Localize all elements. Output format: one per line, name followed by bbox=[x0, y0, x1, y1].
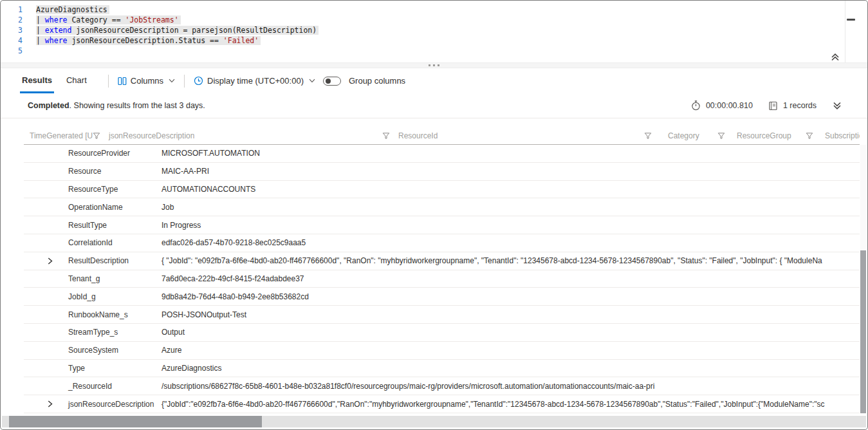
code-token: jsonResourceDescription = parsejson(Resu… bbox=[71, 26, 317, 35]
code-token: | bbox=[36, 36, 45, 45]
editor-scrollbar-track bbox=[845, 1, 845, 62]
code-token: 'JobStreams' bbox=[125, 15, 179, 24]
field-name: Type bbox=[61, 364, 155, 373]
grid-vertical-scrollbar[interactable] bbox=[860, 145, 866, 413]
field-value: AUTOMATIONACCOUNTS bbox=[155, 185, 860, 194]
field-name: ResourceProvider bbox=[61, 149, 155, 158]
field-value: edfac026-da57-4b70-9218-8ec025c9aaa5 bbox=[155, 238, 860, 247]
tab-chart[interactable]: Chart bbox=[64, 68, 89, 93]
double-chevron-down-icon[interactable] bbox=[832, 101, 842, 111]
field-value: Azure bbox=[155, 346, 860, 355]
code-text: | extend jsonResourceDescription = parse… bbox=[36, 26, 319, 35]
table-row[interactable]: jsonResourceDescription{"JobId":"e092fb7… bbox=[24, 395, 860, 413]
code-token: | bbox=[36, 15, 45, 24]
columns-button-label: Columns bbox=[131, 76, 163, 86]
table-row[interactable]: ResultTypeIn Progress bbox=[24, 216, 860, 234]
code-token: Category == bbox=[67, 15, 125, 24]
code-lines: 1AzureDiagnostics2| where Category == 'J… bbox=[1, 5, 867, 56]
results-grid-body: ResourceProviderMICROSOFT.AUTOMATIONReso… bbox=[24, 145, 860, 413]
table-row[interactable]: TypeAzureDiagnostics bbox=[24, 360, 860, 378]
column-header-timegenerated-utc-[interactable]: TimeGenerated [UTC] bbox=[24, 127, 104, 144]
filter-funnel-icon[interactable] bbox=[382, 132, 390, 140]
code-text: AzureDiagnostics bbox=[36, 5, 109, 14]
table-row[interactable]: RunbookName_sPOSH-JSONOutput-Test bbox=[24, 306, 860, 324]
editor-scrollbar-thumb[interactable] bbox=[847, 19, 855, 21]
grid-vertical-scrollbar-thumb[interactable] bbox=[860, 250, 866, 413]
group-columns-toggle[interactable] bbox=[323, 77, 341, 86]
field-name: ResultDescription bbox=[61, 256, 155, 265]
code-line-content: | where jsonResourceDescription.Status =… bbox=[29, 35, 261, 46]
query-editor[interactable]: 1AzureDiagnostics2| where Category == 'J… bbox=[1, 1, 867, 62]
field-name: RunbookName_s bbox=[61, 310, 155, 319]
code-line: 3| extend jsonResourceDescription = pars… bbox=[1, 25, 867, 35]
line-number: 4 bbox=[1, 35, 29, 46]
field-value: { "JobId": "e092fb7a-6f6e-4bd0-ab20-ff46… bbox=[155, 256, 860, 265]
splitter-dot bbox=[438, 64, 439, 66]
column-header-label: ResourceGroup bbox=[728, 131, 791, 140]
code-token: | bbox=[36, 26, 45, 35]
filter-funnel-icon[interactable] bbox=[93, 132, 100, 140]
display-time-label: Display time (UTC+00:00) bbox=[207, 76, 304, 86]
code-line: 1AzureDiagnostics bbox=[1, 5, 867, 15]
column-header-resourcegroup[interactable]: ResourceGroup bbox=[728, 127, 817, 144]
field-name: JobId_g bbox=[61, 292, 155, 301]
expand-chevron-icon[interactable] bbox=[39, 257, 61, 265]
field-name: CorrelationId bbox=[61, 238, 155, 247]
field-value: In Progress bbox=[155, 221, 860, 230]
field-name: SourceSystem bbox=[61, 346, 155, 355]
line-number: 5 bbox=[1, 46, 29, 56]
table-row[interactable]: JobId_g9db8a42b-76d4-48a0-b949-2ee8b5368… bbox=[24, 288, 860, 306]
toolbar-divider bbox=[184, 75, 185, 88]
columns-icon bbox=[118, 77, 127, 86]
table-row[interactable]: ResourceTypeAUTOMATIONACCOUNTS bbox=[24, 181, 860, 199]
results-grid-header: TimeGenerated [UTC]jsonResourceDescripti… bbox=[24, 127, 860, 145]
filter-funnel-icon[interactable] bbox=[806, 132, 813, 140]
filter-funnel-icon[interactable] bbox=[717, 132, 725, 140]
field-value: MICROSOFT.AUTOMATION bbox=[155, 149, 860, 158]
toggle-knob bbox=[326, 79, 331, 84]
code-line-content: | where Category == 'JobStreams' bbox=[29, 15, 181, 25]
field-value: AzureDiagnostics bbox=[155, 364, 860, 373]
code-token: jsonResourceDescription.Status == bbox=[67, 36, 223, 45]
collapse-query-editor-button[interactable] bbox=[830, 52, 840, 62]
table-row[interactable]: OperationNameJob bbox=[24, 198, 860, 216]
field-value: 9db8a42b-76d4-48a0-b949-2ee8b53682cd bbox=[155, 292, 860, 301]
column-header-category[interactable]: Category bbox=[655, 127, 728, 144]
table-row[interactable]: _ResourceId/subscriptions/68627f8c-65b8-… bbox=[24, 377, 860, 395]
table-row[interactable]: ResourceMAIC-AA-PRI bbox=[24, 163, 860, 181]
line-number: 1 bbox=[1, 5, 29, 15]
column-header-label: Category bbox=[655, 131, 699, 140]
code-text: | where Category == 'JobStreams' bbox=[36, 15, 181, 24]
columns-button[interactable]: Columns bbox=[118, 76, 175, 86]
table-row[interactable]: ResultDescription{ "JobId": "e092fb7a-6f… bbox=[24, 252, 860, 270]
expand-chevron-icon[interactable] bbox=[39, 400, 61, 407]
table-row[interactable]: ResourceProviderMICROSOFT.AUTOMATION bbox=[24, 145, 860, 163]
table-row[interactable]: Tenant_g7a6d0eca-222b-49cf-8415-f24adabd… bbox=[24, 270, 860, 288]
pane-splitter[interactable] bbox=[1, 62, 867, 68]
column-header-jsonresourcedescription[interactable]: jsonResourceDescription bbox=[104, 127, 393, 144]
column-header-resourceid[interactable]: ResourceId bbox=[393, 127, 655, 144]
filter-funnel-icon[interactable] bbox=[644, 132, 652, 140]
field-name: StreamType_s bbox=[61, 328, 155, 337]
grid-horizontal-scrollbar-thumb[interactable] bbox=[9, 416, 262, 427]
table-row[interactable]: SourceSystemAzure bbox=[24, 342, 860, 360]
code-token: 'Failed' bbox=[223, 36, 259, 45]
field-name: OperationName bbox=[61, 203, 155, 212]
field-name: jsonResourceDescription bbox=[61, 400, 155, 409]
column-header-label: jsonResourceDescription bbox=[104, 131, 194, 140]
display-time-button[interactable]: Display time (UTC+00:00) bbox=[194, 76, 315, 86]
code-token: extend bbox=[45, 26, 72, 35]
code-token: AzureDiagnostics bbox=[36, 5, 107, 14]
grid-horizontal-scrollbar[interactable] bbox=[2, 416, 866, 427]
splitter-dot bbox=[433, 64, 435, 66]
table-row[interactable]: CorrelationIdedfac026-da57-4b70-9218-8ec… bbox=[24, 234, 860, 252]
field-value: 7a6d0eca-222b-49cf-8415-f24adabdee37 bbox=[155, 274, 860, 283]
tab-results[interactable]: Results bbox=[20, 68, 54, 93]
table-row[interactable]: StreamType_sOutput bbox=[24, 324, 860, 342]
query-elapsed-time: 00:00:00.810 bbox=[706, 101, 753, 110]
code-line: 2| where Category == 'JobStreams' bbox=[1, 15, 867, 25]
field-value: MAIC-AA-PRI bbox=[155, 167, 860, 176]
column-header-subscription[interactable]: Subscription bbox=[817, 127, 860, 144]
code-text: | where jsonResourceDescription.Status =… bbox=[36, 36, 261, 45]
field-value: {"JobId":"e092fb7a-6f6e-4bd0-ab20-ff4677… bbox=[155, 400, 860, 409]
